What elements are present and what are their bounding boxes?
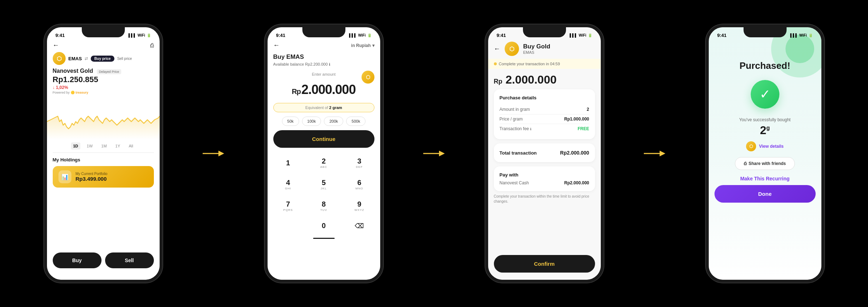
phone-3: 9:41 ▌▌▌ WiFi 🔋 ← ⬡ Buy Gold EMAS xyxy=(485,24,604,283)
buy-button[interactable]: Buy xyxy=(53,252,102,268)
sell-button[interactable]: Sell xyxy=(105,252,154,268)
signal-icon-3: ▌▌▌ xyxy=(570,33,577,37)
currency-prefix: Rp xyxy=(292,88,301,95)
key-2[interactable]: 2ABC xyxy=(306,152,341,174)
price-chart xyxy=(47,96,160,140)
tab-all[interactable]: All xyxy=(127,142,135,150)
back-button-2[interactable]: ← xyxy=(273,42,280,49)
sell-price-tab[interactable]: Sell price xyxy=(117,57,132,61)
tab-1d[interactable]: 1D xyxy=(71,142,80,150)
asset-title: Nanovest Gold xyxy=(53,68,93,74)
success-check-icon: ✓ xyxy=(751,80,779,109)
status-icons-3: ▌▌▌ WiFi 🔋 xyxy=(570,33,592,37)
equiv-badge: Equivalent of 2 gram xyxy=(273,103,374,112)
tab-1w[interactable]: 1W xyxy=(85,142,95,150)
chevron-down-icon-2: ▾ xyxy=(372,43,374,48)
battery-icon-3: 🔋 xyxy=(588,33,592,37)
recurring-button[interactable]: Make This Recurring xyxy=(709,176,821,181)
s1-header: ← ⎙ xyxy=(47,40,160,52)
time-2: 9:41 xyxy=(276,33,286,38)
confirm-button[interactable]: Confirm xyxy=(494,255,595,273)
asset-icon-4: ⬡ xyxy=(746,141,756,151)
arrow-2 xyxy=(420,149,448,158)
quick-200k[interactable]: 200k xyxy=(324,117,343,126)
wifi-icon-3: WiFi xyxy=(579,33,586,37)
asset-row-1: ⬡ EMAS ⇄ Buy price Sell price xyxy=(47,52,160,68)
signal-icon-4: ▌▌▌ xyxy=(790,33,798,37)
quick-100k[interactable]: 100k xyxy=(302,117,321,126)
gold-icon-1: ⬡ xyxy=(53,52,66,65)
progress-bar xyxy=(313,238,335,239)
status-icons-4: ▌▌▌ WiFi 🔋 xyxy=(790,33,812,37)
info-icon-fee: ℹ xyxy=(530,127,531,131)
detail-row-price: Price / gram Rp1.000.000 xyxy=(500,114,589,124)
svg-marker-5 xyxy=(660,151,665,156)
s2-header: ← in Rupiah ▾ xyxy=(268,40,380,52)
svg-marker-1 xyxy=(218,151,224,156)
asset-code-1: EMAS xyxy=(69,56,82,61)
time-tabs: 1D 1W 1M 1Y All xyxy=(47,140,160,152)
quick-500k[interactable]: 500k xyxy=(346,117,365,126)
quick-amounts: 50k 100k 200k 500k xyxy=(268,117,380,130)
timer-dot xyxy=(494,62,497,65)
tab-1m[interactable]: 1M xyxy=(99,142,109,150)
key-7[interactable]: 7PQRS xyxy=(270,195,306,217)
done-button[interactable]: Done xyxy=(714,185,816,203)
key-1[interactable]: 1 xyxy=(270,152,306,174)
key-0[interactable]: 0 xyxy=(306,217,341,235)
portfolio-icon: 📊 xyxy=(58,170,71,183)
s3-title: Buy Gold xyxy=(523,43,551,50)
phone-notch-4 xyxy=(744,27,787,37)
buy-price-tab[interactable]: Buy price xyxy=(91,56,114,62)
asset-price: Rp1.250.855 xyxy=(53,75,154,84)
time-4: 9:41 xyxy=(717,33,727,38)
holdings-section: My Holdings 📊 My Current Portfolio Rp3.4… xyxy=(47,153,160,192)
s3-subtitle: EMAS xyxy=(523,50,551,55)
share-icon-1[interactable]: ⎙ xyxy=(150,42,154,49)
pay-with-title: Pay with xyxy=(500,172,589,178)
down-arrow-icon: ↓ xyxy=(53,85,55,90)
price-change: ↓ 1,02% xyxy=(53,85,154,90)
view-details-link[interactable]: View details xyxy=(759,144,783,149)
quick-50k[interactable]: 50k xyxy=(282,117,299,126)
purchased-amount: 2g xyxy=(709,124,821,137)
time-3: 9:41 xyxy=(497,33,506,38)
signal-icon-2: ▌▌▌ xyxy=(349,33,357,37)
share-button[interactable]: ⎙ Share with friends xyxy=(735,157,795,170)
total-row: Total transaction Rp2.000.000 xyxy=(500,148,589,158)
back-button-1[interactable]: ← xyxy=(53,42,59,49)
powered-by: Powered by 🟡 treasury xyxy=(53,91,154,94)
arrow-3 xyxy=(640,149,669,158)
s4-content: Purchased! ✓ You've successfully bought … xyxy=(709,40,821,203)
status-icons-1: ▌▌▌ WiFi 🔋 xyxy=(128,33,151,37)
continue-button[interactable]: Continue xyxy=(273,130,374,148)
key-8[interactable]: 8TUV xyxy=(306,195,341,217)
treasury-logo: 🟡 treasury xyxy=(71,91,89,94)
pay-method-row: Nanovest Cash Rp2.000.000 xyxy=(500,180,589,185)
wifi-icon: WiFi xyxy=(137,33,145,37)
key-4[interactable]: 4GHI xyxy=(270,174,306,195)
key-5[interactable]: 5JKL xyxy=(306,174,341,195)
phone-notch-2 xyxy=(302,27,345,37)
portfolio-label: My Current Portfolio xyxy=(76,172,108,176)
tab-1y[interactable]: 1Y xyxy=(113,142,122,150)
key-delete[interactable]: ⌫ xyxy=(341,217,377,235)
battery-icon-2: 🔋 xyxy=(367,33,372,37)
currency-selector[interactable]: in Rupiah ▾ xyxy=(351,43,374,48)
key-3[interactable]: 3DEF xyxy=(341,152,377,174)
key-6[interactable]: 6MNO xyxy=(341,174,377,195)
phone-notch-1 xyxy=(82,27,125,37)
price-section: Nanovest Gold Delayed Price Rp1.250.855 … xyxy=(47,68,160,94)
key-9[interactable]: 9WXYZ xyxy=(341,195,377,217)
back-button-3[interactable]: ← xyxy=(494,45,500,53)
amount-value: 2.000.000 xyxy=(301,82,355,97)
transaction-note: Complete your transaction within the tim… xyxy=(488,194,601,208)
s2-title: Buy EMAS xyxy=(268,52,380,62)
purchase-details-card: Purchase details Amount in gram 2 Price … xyxy=(494,89,595,139)
purchase-details-title: Purchase details xyxy=(500,95,589,100)
total-card: Total transaction Rp2.000.000 xyxy=(494,143,595,162)
holdings-card: 📊 My Current Portfolio Rp3.499.000 xyxy=(53,166,154,188)
share-icon-4: ⎙ xyxy=(744,161,746,166)
gold-icon-2: ⬡ xyxy=(362,71,374,84)
phone-notch-3 xyxy=(523,27,566,37)
